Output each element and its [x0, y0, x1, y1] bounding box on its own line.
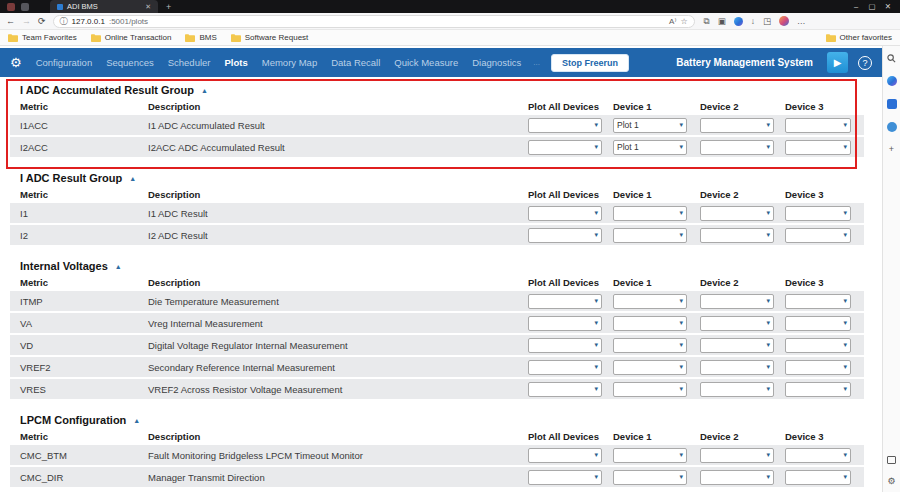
- device2-select[interactable]: ▾: [700, 228, 774, 243]
- device2-select[interactable]: ▾: [700, 316, 774, 331]
- plot-all-devices-select[interactable]: ▾: [528, 338, 602, 353]
- device3-select[interactable]: ▾: [785, 338, 851, 353]
- collapse-arrow-icon[interactable]: ▲: [133, 417, 140, 424]
- bookmark-folder-bms[interactable]: BMS: [185, 33, 216, 42]
- device3-select[interactable]: ▾: [785, 118, 851, 133]
- tab-close-icon[interactable]: ✕: [145, 3, 151, 11]
- back-button[interactable]: ←: [6, 16, 15, 26]
- device1-select[interactable]: ▾: [613, 294, 687, 309]
- nav-item-data-recall[interactable]: Data Recall: [324, 57, 387, 68]
- device1-select[interactable]: ▾: [613, 448, 687, 463]
- copilot-icon[interactable]: [734, 17, 743, 26]
- plot-all-devices-select[interactable]: ▾: [528, 470, 602, 485]
- plot-all-devices-select[interactable]: ▾: [528, 382, 602, 397]
- collections-icon[interactable]: ▣: [718, 16, 726, 26]
- outlook-icon[interactable]: [887, 122, 897, 132]
- device3-select[interactable]: ▾: [785, 448, 851, 463]
- device3-select[interactable]: ▾: [785, 294, 851, 309]
- device3-select[interactable]: ▾: [785, 316, 851, 331]
- nav-item-scheduler[interactable]: Scheduler: [161, 57, 218, 68]
- screenshot-tool-icon[interactable]: [887, 456, 896, 464]
- bookmark-folder-online-transaction[interactable]: Online Transaction: [91, 33, 172, 42]
- window-close-button[interactable]: ✕: [880, 2, 896, 11]
- device2-select[interactable]: ▾: [700, 448, 774, 463]
- address-bar[interactable]: ⓘ 127.0.0.1 :5001/plots A⁾ ☆: [53, 15, 695, 28]
- plot-all-devices-select[interactable]: ▾: [528, 228, 602, 243]
- stop-freerun-button[interactable]: Stop Freerun: [551, 54, 629, 72]
- device1-select[interactable]: Plot 1▾: [613, 118, 687, 133]
- run-play-button[interactable]: ▶: [827, 52, 848, 73]
- nav-item-plots[interactable]: Plots: [218, 57, 255, 68]
- favorite-star-icon[interactable]: ☆: [680, 17, 687, 26]
- plot-all-devices-select[interactable]: ▾: [528, 448, 602, 463]
- bookmark-folder-team-favorites[interactable]: Team Favorites: [8, 33, 77, 42]
- window-maximize-button[interactable]: ▢: [864, 2, 880, 11]
- device1-select[interactable]: Plot 1▾: [613, 140, 687, 155]
- pinned-app-icon[interactable]: [7, 3, 15, 11]
- device2-select[interactable]: ▾: [700, 294, 774, 309]
- refresh-button[interactable]: ⟳: [38, 16, 46, 26]
- device3-select[interactable]: ▾: [785, 228, 851, 243]
- nav-item-diagnostics[interactable]: Diagnostics: [465, 57, 528, 68]
- plot-all-devices-select[interactable]: ▾: [528, 294, 602, 309]
- downloads-icon[interactable]: ↓: [751, 16, 755, 26]
- description-cell: Digital Voltage Regulator Internal Measu…: [148, 340, 528, 351]
- device3-select[interactable]: ▾: [785, 140, 851, 155]
- plot-all-devices-select[interactable]: ▾: [528, 360, 602, 375]
- device3-select[interactable]: ▾: [785, 360, 851, 375]
- settings-gear-icon[interactable]: ⚙: [10, 55, 22, 70]
- bookmark-folder-software-request[interactable]: Software Request: [231, 33, 309, 42]
- workspaces-icon[interactable]: [21, 3, 29, 11]
- device2-select[interactable]: ▾: [700, 206, 774, 221]
- read-aloud-icon[interactable]: A⁾: [669, 17, 676, 26]
- split-screen-icon[interactable]: ⧉: [704, 16, 710, 27]
- other-favorites-folder[interactable]: Other favorites: [826, 33, 892, 42]
- device1-select[interactable]: ▾: [613, 206, 687, 221]
- device2-select[interactable]: ▾: [700, 118, 774, 133]
- profile-avatar[interactable]: [779, 16, 789, 26]
- device1-select[interactable]: ▾: [613, 360, 687, 375]
- device3-select[interactable]: ▾: [785, 470, 851, 485]
- nav-item-configuration[interactable]: Configuration: [29, 57, 100, 68]
- plot-all-devices-select[interactable]: ▾: [528, 206, 602, 221]
- microsoft365-icon[interactable]: [887, 99, 897, 109]
- device1-select[interactable]: ▾: [613, 316, 687, 331]
- collapse-arrow-icon[interactable]: ▲: [129, 175, 136, 182]
- site-info-icon[interactable]: ⓘ: [60, 16, 68, 27]
- plot-all-devices-select[interactable]: ▾: [528, 118, 602, 133]
- device1-select[interactable]: ▾: [613, 382, 687, 397]
- device1-select[interactable]: ▾: [613, 470, 687, 485]
- copilot-sidebar-icon[interactable]: [887, 76, 897, 86]
- collapse-arrow-icon[interactable]: ▲: [115, 263, 122, 270]
- table-row: I1ACCI1 ADC Accumulated Result▾Plot 1▾▾▾: [10, 115, 864, 135]
- nav-overflow-icon[interactable]: ...: [528, 58, 545, 67]
- device2-select[interactable]: ▾: [700, 360, 774, 375]
- device3-select[interactable]: ▾: [785, 206, 851, 221]
- plot-all-devices-select[interactable]: ▾: [528, 316, 602, 331]
- metric-cell: ITMP: [20, 296, 148, 307]
- more-menu-icon[interactable]: …: [797, 16, 806, 26]
- device2-select[interactable]: ▾: [700, 382, 774, 397]
- new-tab-button[interactable]: +: [166, 2, 171, 12]
- device2-select[interactable]: ▾: [700, 338, 774, 353]
- device2-select[interactable]: ▾: [700, 470, 774, 485]
- window-minimize-button[interactable]: –: [848, 2, 864, 11]
- nav-item-sequences[interactable]: Sequences: [99, 57, 161, 68]
- chevron-down-icon: ▾: [843, 121, 847, 129]
- forward-button[interactable]: →: [22, 16, 31, 26]
- help-icon[interactable]: ?: [858, 56, 872, 70]
- add-sidebar-item-icon[interactable]: +: [889, 145, 894, 154]
- device3-select[interactable]: ▾: [785, 382, 851, 397]
- search-icon[interactable]: [887, 54, 896, 63]
- device1-select[interactable]: ▾: [613, 228, 687, 243]
- nav-item-memory-map[interactable]: Memory Map: [255, 57, 324, 68]
- plot-all-devices-select[interactable]: ▾: [528, 140, 602, 155]
- nav-item-quick-measure[interactable]: Quick Measure: [387, 57, 465, 68]
- device1-select[interactable]: ▾: [613, 338, 687, 353]
- chevron-down-icon: ▾: [766, 473, 770, 481]
- browser-tab[interactable]: ADI BMS ✕: [50, 0, 158, 13]
- sidebar-settings-gear-icon[interactable]: ⚙: [887, 477, 895, 486]
- extensions-icon[interactable]: ◳: [763, 16, 771, 26]
- device2-select[interactable]: ▾: [700, 140, 774, 155]
- collapse-arrow-icon[interactable]: ▲: [201, 87, 208, 94]
